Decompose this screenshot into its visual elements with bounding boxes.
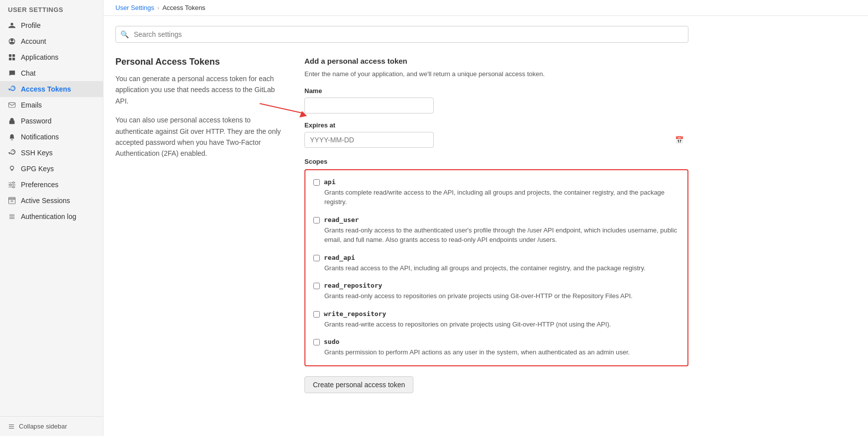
sidebar-item-access-tokens-label: Access Tokens: [21, 85, 71, 93]
sliders-icon: [8, 181, 16, 189]
sidebar-item-active-sessions[interactable]: Active Sessions: [0, 193, 103, 209]
section-desc-2: You can also use personal access tokens …: [115, 114, 285, 159]
sidebar-nav: Profile Account Applications Chat Access: [0, 17, 103, 416]
red-arrow-to-input: [255, 99, 309, 118]
sidebar-item-access-tokens[interactable]: Access Tokens: [0, 81, 103, 97]
scope-sudo-header: sudo: [313, 338, 679, 345]
section-title: Personal Access Tokens: [115, 57, 285, 67]
breadcrumb-separator: ›: [157, 4, 159, 11]
grid-icon: [8, 53, 16, 61]
scope-read-repository: read_repository Grants read-only access …: [313, 282, 679, 301]
svg-marker-10: [299, 111, 307, 117]
scopes-box: api Grants complete read/write access to…: [304, 169, 688, 366]
sidebar-item-preferences-label: Preferences: [21, 181, 58, 189]
name-field-section: Name: [304, 87, 688, 113]
scope-read-repository-header: read_repository: [313, 282, 679, 289]
scope-read-repository-name[interactable]: read_repository: [324, 282, 382, 289]
scope-read-user-checkbox[interactable]: [313, 217, 320, 223]
form-title: Add a personal access token: [304, 57, 688, 65]
svg-point-0: [10, 39, 13, 41]
sidebar-item-profile[interactable]: Profile: [0, 17, 103, 33]
scope-read-user-desc: Grants read-only access to the authentic…: [324, 225, 679, 245]
sidebar-item-chat[interactable]: Chat: [0, 65, 103, 81]
svg-rect-3: [12, 54, 15, 57]
sidebar-item-account[interactable]: Account: [0, 33, 103, 49]
breadcrumb-current: Access Tokens: [162, 4, 205, 11]
expires-label: Expires at: [304, 121, 688, 129]
search-bar: 🔍: [115, 26, 688, 43]
ssh-key-icon: [8, 149, 16, 157]
search-input[interactable]: [115, 26, 688, 43]
sidebar-item-password-label: Password: [21, 117, 51, 125]
scope-sudo: sudo Grants permission to perform API ac…: [313, 338, 679, 357]
calendar-icon[interactable]: 📅: [675, 136, 683, 144]
breadcrumb: User Settings › Access Tokens: [115, 4, 205, 11]
bell-icon: [8, 133, 16, 141]
scope-sudo-desc: Grants permission to perform API actions…: [324, 347, 679, 357]
scope-read-api-checkbox[interactable]: [313, 255, 320, 261]
sidebar-item-emails[interactable]: Emails: [0, 97, 103, 113]
list-icon: [8, 213, 16, 220]
sidebar-item-applications[interactable]: Applications: [0, 49, 103, 65]
sidebar-title: User Settings: [0, 0, 103, 17]
sidebar-item-gpg-keys-label: GPG Keys: [21, 165, 54, 173]
sidebar-item-password[interactable]: Password: [0, 113, 103, 129]
svg-rect-5: [12, 58, 15, 60]
breadcrumb-parent[interactable]: User Settings: [115, 4, 154, 11]
key-icon: [8, 85, 16, 93]
scope-read-repository-desc: Grants read-only access to repositories …: [324, 291, 679, 301]
sidebar-item-chat-label: Chat: [21, 69, 36, 77]
sidebar-item-emails-label: Emails: [21, 101, 42, 109]
scope-read-repository-checkbox[interactable]: [313, 283, 320, 289]
name-input-wrapper: [304, 98, 434, 113]
scope-api-name[interactable]: api: [324, 178, 335, 186]
scope-write-repository-checkbox[interactable]: [313, 311, 320, 318]
scope-read-user: read_user Grants read-only access to the…: [313, 216, 679, 245]
gpg-key-icon: [8, 165, 16, 173]
scope-api: api Grants complete read/write access to…: [313, 178, 679, 207]
svg-rect-4: [9, 58, 11, 60]
lock-icon: [8, 117, 16, 125]
scope-read-user-name[interactable]: read_user: [324, 216, 359, 223]
sidebar-item-auth-log-label: Authentication log: [21, 213, 76, 220]
sidebar-item-notifications[interactable]: Notifications: [0, 129, 103, 145]
name-input[interactable]: [304, 98, 434, 113]
table-icon: [8, 197, 16, 205]
scope-api-header: api: [313, 178, 679, 186]
sidebar-item-account-label: Account: [21, 37, 46, 45]
sidebar-item-auth-log[interactable]: Authentication log: [0, 209, 103, 224]
content-area: 🔍 Personal Access Tokens You can generat…: [103, 16, 700, 403]
scope-sudo-name[interactable]: sudo: [324, 338, 339, 345]
person-icon: [8, 21, 16, 29]
svg-rect-2: [9, 54, 11, 57]
sidebar: User Settings Profile Account Applicatio…: [0, 0, 103, 436]
sidebar-item-ssh-keys-label: SSH Keys: [21, 149, 53, 157]
name-label: Name: [304, 87, 688, 95]
sidebar-item-ssh-keys[interactable]: SSH Keys: [0, 145, 103, 161]
scope-write-repository-name[interactable]: write_repository: [324, 310, 386, 318]
sidebar-item-preferences[interactable]: Preferences: [0, 177, 103, 193]
collapse-sidebar-label: Collapse sidebar: [19, 423, 67, 430]
scope-write-repository: write_repository Grants read-write acces…: [313, 310, 679, 329]
collapse-icon: [8, 423, 15, 430]
search-icon: 🔍: [120, 30, 129, 38]
scope-api-checkbox[interactable]: [313, 179, 320, 186]
collapse-sidebar[interactable]: Collapse sidebar: [0, 416, 103, 436]
sidebar-item-active-sessions-label: Active Sessions: [21, 197, 70, 205]
scopes-label: Scopes: [304, 158, 688, 165]
scope-read-api-header: read_api: [313, 254, 679, 261]
topbar: User Settings › Access Tokens: [103, 0, 868, 16]
right-column: Add a personal access token Enter the na…: [304, 57, 688, 393]
date-input-wrap: 📅: [304, 132, 688, 148]
scope-read-api: read_api Grants read access to the API, …: [313, 254, 679, 273]
expires-input[interactable]: [304, 132, 434, 148]
scope-read-api-name[interactable]: read_api: [324, 254, 355, 261]
sidebar-item-notifications-label: Notifications: [21, 133, 59, 141]
scope-read-user-header: read_user: [313, 216, 679, 223]
sidebar-item-gpg-keys[interactable]: GPG Keys: [0, 161, 103, 177]
scope-sudo-checkbox[interactable]: [313, 339, 320, 345]
form-subtitle: Enter the name of your application, and …: [304, 69, 688, 79]
svg-line-9: [260, 104, 304, 113]
chat-icon: [8, 69, 16, 77]
create-token-button[interactable]: Create personal access token: [304, 376, 413, 393]
